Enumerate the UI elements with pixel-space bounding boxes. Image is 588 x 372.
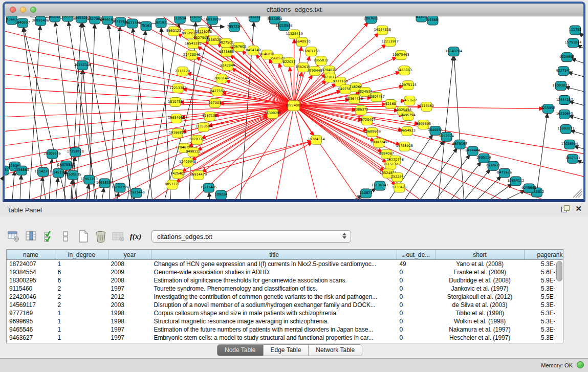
table-cell[interactable]: 2009: [108, 268, 151, 276]
graph-node[interactable]: 7485063: [397, 66, 412, 75]
graph-node[interactable]: 15136141: [372, 181, 388, 190]
graph-node[interactable]: 10973493: [393, 51, 409, 60]
graph-node[interactable]: 1156863: [14, 166, 29, 175]
citation-edge-red[interactable]: [294, 39, 294, 106]
graph-node[interactable]: 15992071: [557, 124, 574, 134]
graph-node[interactable]: 9857771: [165, 180, 180, 189]
graph-node[interactable]: 9498222: [186, 147, 201, 157]
citation-edge-red[interactable]: [187, 73, 294, 106]
graph-node[interactable]: 17359928: [67, 147, 84, 157]
graph-node[interactable]: 1615132: [383, 160, 398, 169]
graph-node[interactable]: 12213987: [382, 37, 399, 47]
graph-node[interactable]: 12213383: [169, 84, 186, 93]
graph-node[interactable]: 39151: [5, 166, 9, 175]
graph-node[interactable]: 174717: [189, 16, 202, 22]
table-cell[interactable]: Structural magnetic resonance image aver…: [151, 317, 397, 325]
graph-node[interactable]: 18724007: [285, 101, 302, 111]
table-select-dropdown[interactable]: citations_edges.txt: [151, 230, 351, 243]
column-header-pagerank[interactable]: pagerank: [525, 250, 564, 260]
table-cell[interactable]: 22420046: [7, 293, 55, 301]
citation-edge[interactable]: [570, 116, 583, 121]
citation-edge[interactable]: [102, 188, 104, 199]
table-cell[interactable]: 2003: [108, 301, 151, 309]
graph-node[interactable]: 16210643: [556, 110, 573, 119]
show-column-button[interactable]: [23, 229, 40, 244]
citation-edge-red[interactable]: [221, 142, 312, 195]
table-cell[interactable]: 49: [397, 260, 435, 269]
delete-table-button[interactable]: [110, 229, 127, 244]
graph-node[interactable]: 12505135: [64, 170, 81, 180]
citation-edge[interactable]: [574, 146, 583, 150]
citation-edge[interactable]: [89, 25, 95, 199]
citation-edge[interactable]: [577, 161, 583, 164]
network-window-titlebar[interactable]: citations_edges.txt: [5, 4, 583, 16]
graph-node[interactable]: 2087682: [364, 16, 379, 24]
table-cell[interactable]: 2008: [108, 260, 151, 269]
table-mode-button[interactable]: [5, 229, 23, 244]
table-cell[interactable]: Corpus callosum shape and size in male p…: [151, 309, 397, 317]
table-row[interactable]: 977716911998Corpus callosum shape and si…: [7, 309, 563, 317]
graph-node[interactable]: 17016504: [561, 140, 578, 149]
table-cell[interactable]: 6: [55, 268, 108, 276]
citation-edge[interactable]: [454, 57, 464, 199]
table-row[interactable]: 1830029562008Estimation of significance …: [7, 276, 563, 285]
close-panel-icon[interactable]: ✕: [575, 205, 582, 212]
citation-edge-red[interactable]: [294, 106, 583, 177]
graph-node[interactable]: 1810755: [168, 98, 183, 107]
graph-node[interactable]: 20153346: [74, 61, 91, 70]
graph-node[interactable]: 9463627: [402, 96, 417, 105]
graph-node[interactable]: 1940557: [15, 18, 30, 28]
table-cell[interactable]: 1: [55, 309, 108, 317]
citation-edge[interactable]: [566, 87, 583, 93]
graph-node[interactable]: 62160: [385, 100, 396, 109]
citation-edge[interactable]: [20, 176, 21, 199]
table-scrollbar-thumb[interactable]: [556, 261, 562, 281]
table-cell[interactable]: Dudbridge et al. (2008): [435, 276, 525, 285]
graph-node[interactable]: 75161: [141, 21, 151, 31]
table-cell[interactable]: 0: [397, 325, 435, 334]
graph-node[interactable]: 16961758: [303, 47, 320, 56]
column-header-in_degree[interactable]: in_degree: [55, 250, 108, 260]
citation-edge-red[interactable]: [5, 106, 294, 132]
network-graph[interactable]: 8660123891295518226058982750316543382818…: [5, 16, 583, 199]
graph-node[interactable]: 111732: [569, 26, 582, 35]
citation-edge[interactable]: [570, 101, 583, 106]
table-cell[interactable]: 2012: [108, 293, 151, 301]
graph-node[interactable]: 9875685: [219, 48, 234, 57]
citation-edge[interactable]: [82, 24, 116, 199]
graph-node[interactable]: 16782759: [112, 183, 128, 192]
column-header-name[interactable]: name: [7, 250, 55, 260]
graph-node[interactable]: 19654923: [399, 126, 416, 136]
graph-node[interactable]: 93433: [50, 16, 60, 22]
graph-node[interactable]: 7386372: [354, 106, 368, 115]
graph-node[interactable]: 8267130: [202, 112, 217, 121]
citation-edge[interactable]: [56, 178, 58, 199]
table-cell[interactable]: Genome-wide association studies in ADHD.: [151, 268, 397, 276]
graph-node[interactable]: 9227341: [556, 67, 571, 76]
graph-node[interactable]: 7955812: [314, 56, 329, 65]
table-cell[interactable]: Jankovic et al. (1997): [435, 285, 525, 293]
table-row[interactable]: 946362711997Embryonic stem cells: a mode…: [7, 334, 563, 342]
citation-edge[interactable]: [133, 198, 134, 199]
citation-edge[interactable]: [86, 185, 89, 199]
table-cell[interactable]: Investigating the contribution of common…: [151, 293, 397, 301]
graph-node[interactable]: 2803144: [214, 74, 229, 83]
tab-network-table[interactable]: Network Table: [309, 345, 362, 356]
graph-node[interactable]: 252254: [391, 172, 404, 182]
table-cell[interactable]: 1: [55, 334, 108, 342]
new-table-button[interactable]: [75, 229, 92, 244]
graph-node[interactable]: 12444157: [556, 96, 573, 105]
table-cell[interactable]: 2008: [108, 276, 151, 285]
table-cell[interactable]: 2: [55, 293, 108, 301]
table-cell[interactable]: Hescheler et al. (1997): [435, 334, 525, 342]
graph-node[interactable]: 15716485: [200, 183, 217, 192]
graph-node[interactable]: 8660123: [166, 27, 181, 36]
graph-node[interactable]: 2718120: [175, 67, 190, 76]
graph-node[interactable]: 8427552: [210, 87, 225, 96]
graph-node[interactable]: 20206536: [44, 149, 61, 159]
graph-node[interactable]: 157234: [248, 16, 260, 22]
graph-node[interactable]: 81304: [416, 16, 427, 22]
graph-node[interactable]: 822037: [283, 58, 296, 67]
citation-edge[interactable]: [477, 177, 501, 199]
table-cell[interactable]: 0: [397, 268, 435, 276]
